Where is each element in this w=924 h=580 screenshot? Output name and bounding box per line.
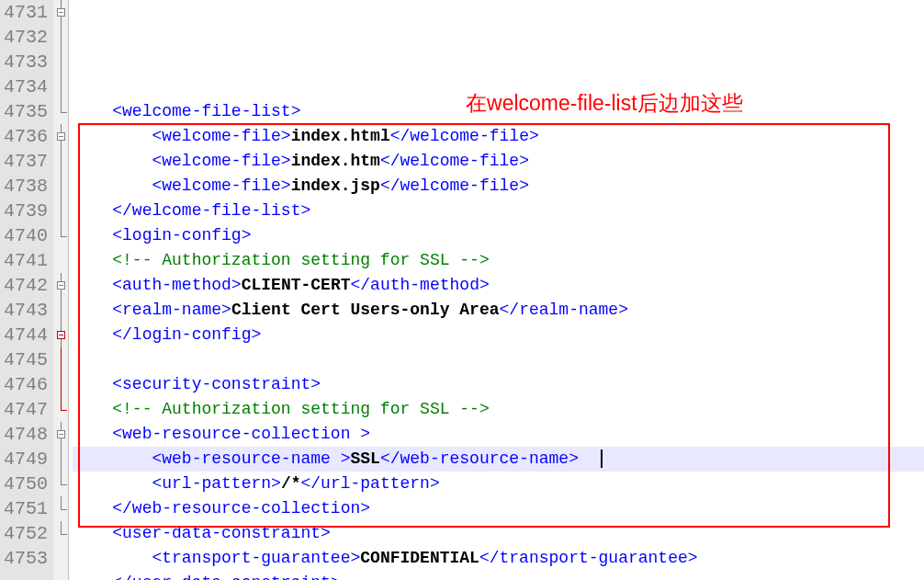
fold-marker [53, 25, 68, 50]
fold-marker[interactable] [53, 0, 68, 25]
fold-marker [53, 496, 68, 521]
line-number: 4752 [4, 521, 48, 546]
fold-marker [53, 223, 68, 248]
code-line[interactable] [73, 347, 924, 372]
line-number: 4751 [4, 496, 48, 521]
code-line[interactable]: </user-data-constraint> [73, 571, 924, 580]
line-number: 4738 [4, 174, 48, 199]
line-number: 4741 [4, 248, 48, 273]
code-line[interactable]: <auth-method>CLIENT-CERT</auth-method> [73, 273, 924, 298]
line-number: 4749 [4, 447, 48, 472]
line-number: 4747 [4, 397, 48, 422]
line-number: 4734 [4, 74, 48, 99]
line-number: 4737 [4, 149, 48, 174]
line-number: 4753 [4, 546, 48, 571]
code-line[interactable]: <welcome-file>index.jsp</welcome-file> [73, 174, 924, 199]
fold-marker [53, 397, 68, 422]
line-number: 4748 [4, 422, 48, 447]
line-number: 4745 [4, 347, 48, 372]
line-number: 4736 [4, 124, 48, 149]
code-line[interactable]: <!-- Authorization setting for SSL --> [73, 248, 924, 273]
line-number: 4735 [4, 99, 48, 124]
code-line[interactable]: <web-resource-name >SSL</web-resource-na… [73, 447, 924, 472]
fold-marker [53, 50, 68, 74]
code-line[interactable]: <welcome-file>index.htm</welcome-file> [73, 149, 924, 174]
fold-marker [53, 199, 68, 223]
code-line[interactable]: <url-pattern>/*</url-pattern> [73, 472, 924, 496]
fold-marker [53, 447, 68, 472]
fold-marker [53, 298, 68, 323]
code-line[interactable]: </welcome-file-list> [73, 199, 924, 223]
code-line[interactable]: <welcome-file>index.html</welcome-file> [73, 124, 924, 149]
text-caret [601, 449, 603, 468]
code-line[interactable]: </login-config> [73, 323, 924, 347]
fold-marker [53, 472, 68, 496]
fold-marker [53, 372, 68, 397]
fold-marker[interactable] [53, 273, 68, 298]
fold-marker [53, 347, 68, 372]
code-line[interactable]: <security-constraint> [73, 372, 924, 397]
fold-marker[interactable] [53, 124, 68, 149]
code-line[interactable]: <web-resource-collection > [73, 422, 924, 447]
line-number: 4731 [4, 0, 48, 25]
code-area[interactable]: 在welcome-file-list后边加这些 <welcome-file-li… [69, 0, 924, 580]
code-line[interactable]: <transport-guarantee>CONFIDENTIAL</trans… [73, 546, 924, 571]
fold-marker[interactable] [53, 323, 68, 347]
line-number: 4739 [4, 199, 48, 223]
line-number: 4746 [4, 372, 48, 397]
fold-marker [53, 546, 68, 571]
annotation-text: 在welcome-file-list后边加这些 [466, 91, 743, 116]
fold-marker [53, 521, 68, 546]
code-line[interactable]: <realm-name>Client Cert Users-only Area<… [73, 298, 924, 323]
fold-marker [53, 74, 68, 99]
code-line[interactable]: <user-data-constraint> [73, 521, 924, 546]
code-editor[interactable]: 4731473247334734473547364737473847394740… [0, 0, 924, 580]
line-number: 4743 [4, 298, 48, 323]
line-number: 4750 [4, 472, 48, 496]
fold-marker [53, 248, 68, 273]
line-number: 4732 [4, 25, 48, 50]
fold-marker[interactable] [53, 422, 68, 447]
fold-column[interactable] [53, 0, 69, 580]
code-line[interactable]: </web-resource-collection> [73, 496, 924, 521]
line-number-gutter: 4731473247334734473547364737473847394740… [0, 0, 53, 580]
fold-marker [53, 99, 68, 124]
code-line[interactable]: <login-config> [73, 223, 924, 248]
fold-marker [53, 149, 68, 174]
fold-marker [53, 174, 68, 199]
code-line[interactable]: <!-- Authorization setting for SSL --> [73, 397, 924, 422]
line-number: 4742 [4, 273, 48, 298]
line-number: 4744 [4, 323, 48, 347]
line-number: 4740 [4, 223, 48, 248]
line-number: 4733 [4, 50, 48, 74]
